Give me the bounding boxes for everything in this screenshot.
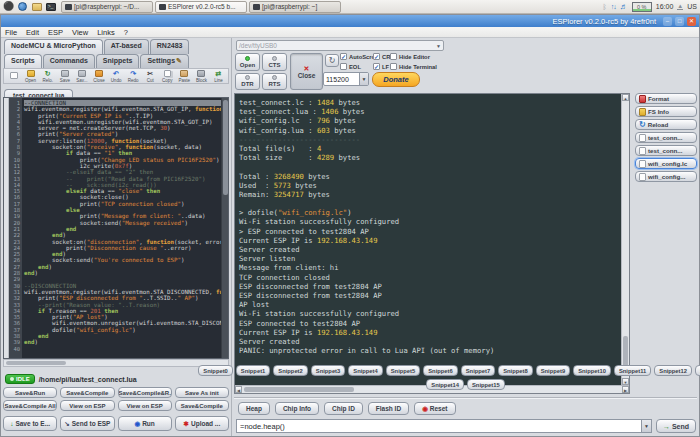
snippet10-button[interactable]: Snippet10 [573, 365, 611, 376]
reload-button[interactable]: ↻Reload [635, 119, 697, 130]
view-on-esp-button[interactable]: View on ESP [118, 400, 172, 411]
reset-button[interactable]: ◉Reset [414, 402, 455, 415]
volume-icon[interactable]: ♬ [620, 2, 628, 11]
tab-scripts[interactable]: Scripts [4, 54, 42, 68]
bluetooth-icon[interactable]: ᛒ [603, 3, 607, 10]
toolbar-copy-button[interactable]: Copy [159, 69, 176, 83]
snippet9-button[interactable]: Snippet9 [536, 365, 570, 376]
terminal-launcher-icon[interactable]: >_ [45, 1, 56, 12]
snippet15-button[interactable]: Snippet15 [467, 379, 505, 390]
keyboard-layout[interactable]: US [687, 3, 697, 10]
snippet8-button[interactable]: Snippet8 [498, 365, 532, 376]
save-run-button[interactable]: Save&Run [3, 387, 57, 398]
terminal-output[interactable]: test_connect.lc : 1484 bytestest_connect… [235, 94, 621, 385]
hide-terminal-checkbox[interactable]: Hide Terminal [390, 63, 437, 70]
menu-view[interactable]: View [72, 28, 88, 37]
clock[interactable]: 16:00 [656, 3, 674, 10]
toolbar-cut-button[interactable]: ✂Cut [142, 69, 159, 83]
close-window-button[interactable]: ✕ [687, 17, 696, 26]
taskbar-window-pi-raspberrypi-d[interactable]: [pi@raspberrypi: ~/D... [61, 1, 153, 13]
file-manager-icon[interactable] [31, 1, 42, 12]
editor-vertical-scrollbar[interactable] [221, 98, 228, 358]
toolbar-paste-button[interactable]: Paste [176, 69, 193, 83]
maximize-button[interactable]: □ [675, 17, 684, 26]
titlebar[interactable]: ESPlorer v0.2.0-rc5 by 4refr0nt – □ ✕ [1, 15, 699, 27]
tab-nodemcu-micropython[interactable]: NodeMCU & MicroPython [4, 39, 103, 54]
tab-settings[interactable]: Settings✎ [140, 54, 189, 68]
chip-id-button[interactable]: Chip ID [324, 402, 363, 415]
fs-info-button[interactable]: FS Info [635, 106, 697, 117]
save-to-e-button[interactable]: ↓Save to E... [3, 416, 57, 431]
menu-links[interactable]: Links [97, 28, 115, 37]
send-button[interactable]: → Send [656, 419, 696, 433]
upload-button[interactable]: ✱Upload ... [175, 416, 229, 431]
snippet11-button[interactable]: Snippet11 [614, 365, 651, 376]
snippet1-button[interactable]: Snippet1 [236, 365, 270, 376]
save-compile-all-button[interactable]: Save&Compile All [3, 400, 57, 411]
tab-at-based[interactable]: AT-based [104, 39, 149, 54]
toolbar-relo-button[interactable]: ↻Relo. [39, 69, 56, 83]
taskbar-window-esplorer-v0-2-0-rc5-b[interactable]: ESPlorer v0.2.0-rc5 b... [155, 1, 247, 13]
scroll-up-icon[interactable]: ▲ [622, 94, 629, 101]
code-area[interactable]: --CONNECTIONwifi.eventmon.register(wifi.… [22, 98, 221, 358]
menu-file[interactable]: File [5, 28, 17, 37]
hide-editor-checkbox[interactable]: Hide Editor [390, 53, 437, 60]
flash-id-button[interactable]: Flash ID [368, 402, 409, 415]
snippet12-button[interactable]: Snippet12 [654, 365, 692, 376]
baud-rate-select[interactable]: 115200 ▼ [323, 72, 369, 86]
snippet4-button[interactable]: Snippet4 [348, 365, 382, 376]
snippet6-button[interactable]: Snippet6 [423, 365, 457, 376]
taskbar-window-pi-raspberrypi[interactable]: [pi@raspberrypi: ~] [249, 1, 341, 13]
file-button-test-conn[interactable]: test_conn... [635, 145, 697, 156]
toolbar-undo-button[interactable]: ↶Undo [107, 69, 124, 83]
refresh-ports-button[interactable]: ↻ [325, 54, 339, 67]
save-compile-r-button[interactable]: Save&Compile&R... [118, 387, 172, 398]
raspberry-menu-icon[interactable]: ⚫ [3, 1, 14, 12]
scrollbar-thumb[interactable] [223, 100, 228, 195]
snippet3-button[interactable]: Snippet3 [311, 365, 345, 376]
snippet2-button[interactable]: Snippet2 [273, 365, 307, 376]
save-compile-button[interactable]: Save&Compile [175, 400, 229, 411]
cts-button[interactable]: CTS [262, 53, 287, 71]
browser-icon[interactable] [17, 1, 28, 12]
scrollbar-thumb[interactable] [6, 361, 66, 365]
toolbar-redo-button[interactable]: ↷Redo [125, 69, 142, 83]
serial-close-button[interactable]: ✕ Close [290, 53, 323, 90]
toolbar-close-button[interactable]: Close [90, 69, 107, 83]
view-on-esp-button[interactable]: View on ESP [60, 400, 114, 411]
tab-rn2483[interactable]: RN2483 [150, 39, 190, 54]
tab-commands[interactable]: Commands [43, 54, 95, 68]
cr-checkbox[interactable]: ✓CR [373, 53, 390, 60]
toolbar-line-button[interactable]: ⇄Line [210, 69, 227, 83]
toolbar-save-button[interactable]: Save [56, 69, 73, 83]
save-compile-button[interactable]: Save&Compile [60, 387, 114, 398]
toolbar-sav-button[interactable]: Sav... [73, 69, 90, 83]
chevron-down-icon[interactable]: ▼ [641, 420, 651, 432]
heap-button[interactable]: Heap [238, 402, 270, 415]
toolbar-open-button[interactable]: Open [22, 69, 39, 83]
code-editor[interactable]: 1234567891011121314151617181920212223242… [3, 97, 229, 359]
cpu-monitor[interactable]: 0 % [632, 2, 652, 12]
file-button-wifi-config-lc[interactable]: wifi_config.lc [635, 158, 697, 169]
chip-info-button[interactable]: Chip Info [275, 402, 319, 415]
snippet14-button[interactable]: Snippet14 [426, 379, 464, 390]
dtr-button[interactable]: DTR [235, 73, 260, 91]
send-to-esp-button[interactable]: ↘Send to ESP [60, 416, 114, 431]
command-input[interactable]: =node.heap() ▼ [236, 419, 652, 433]
snippet5-button[interactable]: Snippet5 [386, 365, 420, 376]
save-as-init-button[interactable]: Save As init [175, 387, 229, 398]
file-button-wifi-config[interactable]: wifi_config... [635, 171, 697, 182]
snippet7-button[interactable]: Snippet7 [461, 365, 495, 376]
snippet13-button[interactable]: Snippet13 [695, 365, 700, 376]
toolbar-new-button[interactable] [5, 69, 22, 83]
open-button[interactable]: Open [235, 53, 260, 71]
rts-button[interactable]: RTS [262, 73, 287, 91]
eject-icon[interactable]: ▲ [677, 4, 683, 10]
format-button[interactable]: Format [635, 93, 697, 104]
snippet0-button[interactable]: Snippet0 [198, 365, 232, 376]
donate-button[interactable]: Donate [372, 72, 420, 87]
lf-checkbox[interactable]: ✓LF [373, 63, 390, 70]
menu-edit[interactable]: Edit [26, 28, 39, 37]
network-icon[interactable]: ↑↓ [611, 3, 616, 10]
minimize-button[interactable]: – [663, 17, 672, 26]
